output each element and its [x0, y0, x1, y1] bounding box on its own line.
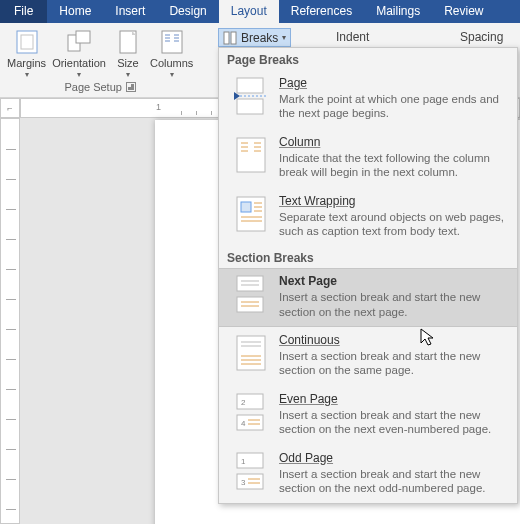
ruler-corner: ⌐: [0, 98, 20, 118]
orientation-label: Orientation: [52, 57, 106, 70]
gallery-desc: Mark the point at which one page ends an…: [279, 92, 505, 121]
svg-rect-14: [237, 78, 263, 93]
svg-text:2: 2: [241, 398, 246, 407]
column-break-icon: [233, 135, 269, 175]
svg-text:1: 1: [241, 457, 246, 466]
gallery-title: Odd Page: [279, 451, 505, 465]
svg-text:4: 4: [241, 419, 246, 428]
gallery-desc: Indicate that the text following the col…: [279, 151, 505, 180]
odd-page-icon: 13: [233, 451, 269, 491]
tab-mailings[interactable]: Mailings: [364, 0, 432, 23]
gallery-desc: Insert a section break and start the new…: [279, 349, 505, 378]
gallery-header-page-breaks: Page Breaks: [219, 48, 517, 70]
margins-icon: [11, 28, 43, 56]
svg-rect-31: [237, 276, 263, 291]
svg-rect-32: [237, 297, 263, 312]
tab-home[interactable]: Home: [47, 0, 103, 23]
gallery-header-section-breaks: Section Breaks: [219, 246, 517, 268]
gallery-desc: Insert a section break and start the new…: [279, 408, 505, 437]
breaks-label: Breaks: [241, 31, 278, 45]
svg-text:3: 3: [241, 478, 246, 487]
tab-design[interactable]: Design: [157, 0, 218, 23]
page-break-icon: [233, 76, 269, 116]
tab-strip: File Home Insert Design Layout Reference…: [0, 0, 520, 23]
vertical-ruler[interactable]: [0, 118, 20, 524]
gallery-title: Even Page: [279, 392, 505, 406]
even-page-icon: 24: [233, 392, 269, 432]
ruler-mark-1: 1: [156, 102, 161, 112]
tab-review[interactable]: Review: [432, 0, 495, 23]
next-page-icon: [233, 274, 269, 314]
gallery-item-even-page[interactable]: 24 Even Page Insert a section break and …: [219, 386, 517, 445]
svg-rect-25: [241, 202, 251, 212]
gallery-title: Continuous: [279, 333, 505, 347]
svg-rect-15: [237, 99, 263, 114]
tab-layout[interactable]: Layout: [219, 0, 279, 23]
gallery-item-text-wrapping[interactable]: Text Wrapping Separate text around objec…: [219, 188, 517, 247]
tab-references[interactable]: References: [279, 0, 364, 23]
tab-file[interactable]: File: [0, 0, 47, 23]
gallery-title: Next Page: [279, 274, 505, 288]
group-label-page-setup: Page Setup: [64, 81, 136, 93]
orientation-button[interactable]: Orientation ▾: [49, 26, 109, 79]
chevron-down-icon: ▾: [77, 70, 81, 79]
gallery-desc: Insert a section break and start the new…: [279, 467, 505, 496]
svg-rect-12: [224, 32, 229, 44]
indent-label: Indent: [336, 30, 369, 44]
columns-label: Columns: [150, 57, 193, 70]
columns-button[interactable]: Columns ▾: [147, 26, 196, 79]
margins-label: Margins: [7, 57, 46, 70]
svg-rect-3: [76, 31, 90, 43]
svg-rect-0: [17, 31, 37, 53]
tab-insert[interactable]: Insert: [103, 0, 157, 23]
text-wrapping-icon: [233, 194, 269, 234]
svg-rect-5: [162, 31, 182, 53]
chevron-down-icon: ▾: [126, 70, 130, 79]
svg-rect-13: [231, 32, 236, 44]
svg-rect-37: [237, 336, 265, 370]
gallery-item-column[interactable]: Column Indicate that the text following …: [219, 129, 517, 188]
gallery-desc: Insert a section break and start the new…: [279, 290, 505, 319]
size-button[interactable]: Size ▾: [109, 26, 147, 79]
gallery-title: Page: [279, 76, 505, 90]
gallery-item-continuous[interactable]: Continuous Insert a section break and st…: [219, 327, 517, 386]
gallery-item-odd-page[interactable]: 13 Odd Page Insert a section break and s…: [219, 445, 517, 504]
margins-button[interactable]: Margins ▾: [4, 26, 49, 79]
gallery-title: Column: [279, 135, 505, 149]
spacing-label: Spacing: [460, 30, 503, 44]
breaks-gallery: Page Breaks Page Mark the point at which…: [218, 47, 518, 504]
page-setup-label: Page Setup: [64, 81, 122, 93]
gallery-title: Text Wrapping: [279, 194, 505, 208]
dialog-launcher-icon[interactable]: [126, 82, 136, 92]
gallery-desc: Separate text around objects on web page…: [279, 210, 505, 239]
chevron-down-icon: ▾: [25, 70, 29, 79]
columns-icon: [156, 28, 188, 56]
chevron-down-icon: ▾: [282, 33, 286, 42]
breaks-button[interactable]: Breaks ▾: [218, 28, 291, 47]
breaks-icon: [223, 31, 237, 45]
continuous-icon: [233, 333, 269, 373]
orientation-icon: [63, 28, 95, 56]
chevron-down-icon: ▾: [170, 70, 174, 79]
gallery-item-next-page[interactable]: Next Page Insert a section break and sta…: [219, 268, 517, 327]
size-label: Size: [117, 57, 138, 70]
size-icon: [112, 28, 144, 56]
gallery-item-page[interactable]: Page Mark the point at which one page en…: [219, 70, 517, 129]
